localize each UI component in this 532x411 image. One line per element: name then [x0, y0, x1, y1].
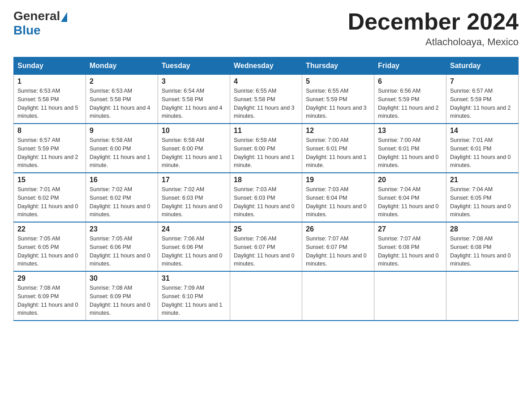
header-day-sunday: Sunday	[14, 57, 86, 75]
day-info: Sunrise: 6:58 AMSunset: 6:00 PMDaylight:…	[90, 136, 154, 170]
calendar-cell: 18Sunrise: 7:03 AMSunset: 6:03 PMDayligh…	[230, 173, 302, 222]
calendar-cell: 22Sunrise: 7:05 AMSunset: 6:05 PMDayligh…	[14, 222, 86, 271]
day-number: 17	[162, 176, 226, 184]
day-number: 10	[162, 127, 226, 135]
day-number: 13	[378, 127, 442, 135]
calendar-cell: 12Sunrise: 7:00 AMSunset: 6:01 PMDayligh…	[302, 124, 374, 173]
day-number: 11	[234, 127, 298, 135]
day-info: Sunrise: 7:03 AMSunset: 6:04 PMDaylight:…	[306, 185, 370, 219]
day-info: Sunrise: 7:00 AMSunset: 6:01 PMDaylight:…	[306, 136, 370, 170]
week-row-2: 8Sunrise: 6:57 AMSunset: 5:59 PMDaylight…	[14, 124, 519, 173]
calendar-cell: 23Sunrise: 7:05 AMSunset: 6:06 PMDayligh…	[86, 222, 158, 271]
calendar-cell: 13Sunrise: 7:00 AMSunset: 6:01 PMDayligh…	[374, 124, 446, 173]
calendar-cell: 17Sunrise: 7:02 AMSunset: 6:03 PMDayligh…	[158, 173, 230, 222]
week-row-3: 15Sunrise: 7:01 AMSunset: 6:02 PMDayligh…	[14, 173, 519, 222]
calendar-cell: 30Sunrise: 7:08 AMSunset: 6:09 PMDayligh…	[86, 271, 158, 321]
day-number: 19	[306, 176, 370, 184]
day-info: Sunrise: 7:04 AMSunset: 6:05 PMDaylight:…	[450, 185, 515, 219]
calendar-cell: 5Sunrise: 6:55 AMSunset: 5:59 PMDaylight…	[302, 75, 374, 124]
day-number: 21	[450, 176, 515, 184]
calendar-cell: 1Sunrise: 6:53 AMSunset: 5:58 PMDaylight…	[14, 75, 86, 124]
day-info: Sunrise: 7:01 AMSunset: 6:02 PMDaylight:…	[17, 185, 82, 219]
day-number: 18	[234, 176, 298, 184]
day-number: 22	[17, 225, 82, 233]
day-number: 9	[90, 127, 154, 135]
day-info: Sunrise: 7:08 AMSunset: 6:09 PMDaylight:…	[17, 284, 82, 317]
day-info: Sunrise: 6:57 AMSunset: 5:59 PMDaylight:…	[450, 87, 515, 120]
calendar-cell: 15Sunrise: 7:01 AMSunset: 6:02 PMDayligh…	[14, 173, 86, 222]
day-info: Sunrise: 7:03 AMSunset: 6:03 PMDaylight:…	[234, 185, 298, 219]
day-info: Sunrise: 7:08 AMSunset: 6:09 PMDaylight:…	[90, 284, 154, 317]
day-number: 31	[162, 274, 226, 283]
calendar-cell: 7Sunrise: 6:57 AMSunset: 5:59 PMDaylight…	[446, 75, 519, 124]
day-info: Sunrise: 7:05 AMSunset: 6:05 PMDaylight:…	[17, 235, 82, 268]
day-info: Sunrise: 7:05 AMSunset: 6:06 PMDaylight:…	[90, 235, 154, 268]
logo: General Blue	[13, 9, 68, 38]
day-number: 25	[234, 225, 298, 233]
calendar-table: SundayMondayTuesdayWednesdayThursdayFrid…	[13, 57, 519, 321]
calendar-header: SundayMondayTuesdayWednesdayThursdayFrid…	[14, 57, 519, 75]
day-info: Sunrise: 6:58 AMSunset: 6:00 PMDaylight:…	[162, 136, 226, 170]
calendar-cell: 20Sunrise: 7:04 AMSunset: 6:04 PMDayligh…	[374, 173, 446, 222]
day-info: Sunrise: 7:09 AMSunset: 6:10 PMDaylight:…	[162, 284, 226, 317]
header-day-friday: Friday	[374, 57, 446, 75]
day-info: Sunrise: 7:02 AMSunset: 6:02 PMDaylight:…	[90, 185, 154, 219]
calendar-cell	[446, 271, 519, 321]
calendar-cell: 6Sunrise: 6:56 AMSunset: 5:59 PMDaylight…	[374, 75, 446, 124]
day-info: Sunrise: 7:00 AMSunset: 6:01 PMDaylight:…	[378, 136, 442, 170]
day-info: Sunrise: 7:02 AMSunset: 6:03 PMDaylight:…	[162, 185, 226, 219]
day-number: 2	[90, 77, 154, 86]
day-number: 7	[450, 77, 515, 86]
day-info: Sunrise: 6:56 AMSunset: 5:59 PMDaylight:…	[378, 87, 442, 120]
header-day-saturday: Saturday	[446, 57, 519, 75]
day-number: 27	[378, 225, 442, 233]
day-number: 14	[450, 127, 515, 135]
calendar-cell: 9Sunrise: 6:58 AMSunset: 6:00 PMDaylight…	[86, 124, 158, 173]
calendar-cell: 2Sunrise: 6:53 AMSunset: 5:58 PMDaylight…	[86, 75, 158, 124]
logo-blue-text: Blue	[13, 23, 41, 38]
day-info: Sunrise: 6:53 AMSunset: 5:58 PMDaylight:…	[17, 87, 82, 120]
calendar-cell: 26Sunrise: 7:07 AMSunset: 6:07 PMDayligh…	[302, 222, 374, 271]
header-day-wednesday: Wednesday	[230, 57, 302, 75]
header-day-tuesday: Tuesday	[158, 57, 230, 75]
calendar-cell	[230, 271, 302, 321]
day-number: 16	[90, 176, 154, 184]
day-info: Sunrise: 6:59 AMSunset: 6:00 PMDaylight:…	[234, 136, 298, 170]
day-info: Sunrise: 7:06 AMSunset: 6:06 PMDaylight:…	[162, 235, 226, 268]
calendar-cell	[374, 271, 446, 321]
calendar-body: 1Sunrise: 6:53 AMSunset: 5:58 PMDaylight…	[14, 75, 519, 321]
calendar-cell: 3Sunrise: 6:54 AMSunset: 5:58 PMDaylight…	[158, 75, 230, 124]
day-number: 8	[17, 127, 82, 135]
calendar-cell: 16Sunrise: 7:02 AMSunset: 6:02 PMDayligh…	[86, 173, 158, 222]
day-info: Sunrise: 6:57 AMSunset: 5:59 PMDaylight:…	[17, 136, 82, 170]
day-info: Sunrise: 7:04 AMSunset: 6:04 PMDaylight:…	[378, 185, 442, 219]
month-title: December 2024	[348, 9, 519, 34]
calendar-cell: 28Sunrise: 7:08 AMSunset: 6:08 PMDayligh…	[446, 222, 519, 271]
logo-triangle-icon	[61, 12, 67, 22]
header-row: SundayMondayTuesdayWednesdayThursdayFrid…	[14, 57, 519, 75]
day-number: 29	[17, 274, 82, 283]
day-info: Sunrise: 6:54 AMSunset: 5:58 PMDaylight:…	[162, 87, 226, 120]
calendar-cell: 27Sunrise: 7:07 AMSunset: 6:08 PMDayligh…	[374, 222, 446, 271]
day-number: 20	[378, 176, 442, 184]
day-number: 26	[306, 225, 370, 233]
calendar-cell: 4Sunrise: 6:55 AMSunset: 5:58 PMDaylight…	[230, 75, 302, 124]
day-number: 24	[162, 225, 226, 233]
calendar-cell: 24Sunrise: 7:06 AMSunset: 6:06 PMDayligh…	[158, 222, 230, 271]
day-info: Sunrise: 6:55 AMSunset: 5:59 PMDaylight:…	[306, 87, 370, 120]
day-number: 6	[378, 77, 442, 86]
header-day-monday: Monday	[86, 57, 158, 75]
day-number: 12	[306, 127, 370, 135]
week-row-5: 29Sunrise: 7:08 AMSunset: 6:09 PMDayligh…	[14, 271, 519, 321]
calendar-cell: 25Sunrise: 7:06 AMSunset: 6:07 PMDayligh…	[230, 222, 302, 271]
calendar-cell: 31Sunrise: 7:09 AMSunset: 6:10 PMDayligh…	[158, 271, 230, 321]
day-info: Sunrise: 6:53 AMSunset: 5:58 PMDaylight:…	[90, 87, 154, 120]
day-number: 30	[90, 274, 154, 283]
day-info: Sunrise: 7:08 AMSunset: 6:08 PMDaylight:…	[450, 235, 515, 268]
calendar-cell: 21Sunrise: 7:04 AMSunset: 6:05 PMDayligh…	[446, 173, 519, 222]
logo-general-text: General	[13, 9, 60, 23]
page-header: General Blue December 2024 Atlacholoaya,…	[13, 9, 519, 48]
calendar-cell	[302, 271, 374, 321]
day-info: Sunrise: 7:01 AMSunset: 6:01 PMDaylight:…	[450, 136, 515, 170]
header-day-thursday: Thursday	[302, 57, 374, 75]
